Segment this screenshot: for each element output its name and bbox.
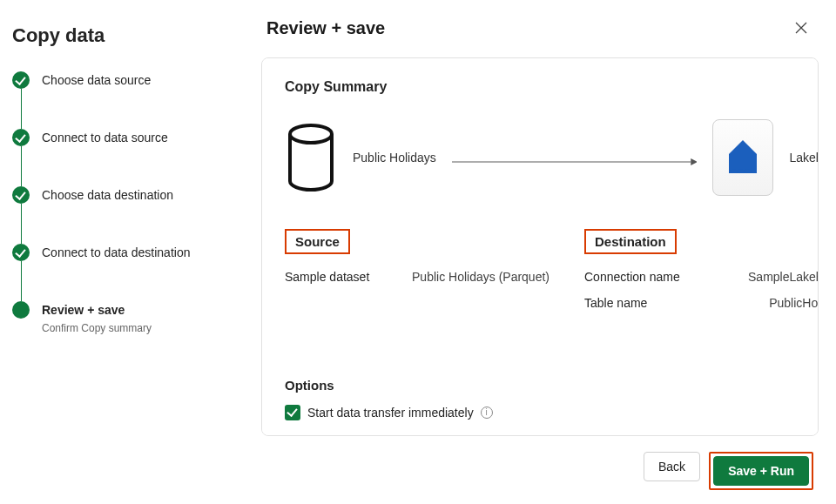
close-button[interactable] xyxy=(789,16,813,40)
svg-marker-5 xyxy=(729,140,757,173)
source-column: Source Sample dataset Public Holidays (P… xyxy=(285,229,549,322)
start-transfer-checkbox[interactable] xyxy=(285,405,300,420)
step-connect-to-data-destination[interactable]: Connect to data destination xyxy=(12,244,230,301)
destination-row: Connection name SampleLakehouse xyxy=(584,270,819,284)
destination-row-value: PublicHolidays xyxy=(769,296,819,310)
step-label: Review + save xyxy=(42,301,152,319)
source-row-key: Sample dataset xyxy=(285,270,369,284)
database-icon xyxy=(285,124,337,192)
source-row-value: Public Holidays (Parquet) xyxy=(412,270,549,284)
wizard-nav: Copy data Choose data source Connect to … xyxy=(0,0,246,504)
options-section: Options Start data transfer immediately … xyxy=(285,378,819,420)
destination-row-value: SampleLakehouse xyxy=(748,270,819,284)
destination-name: Lakehouse xyxy=(789,151,819,165)
save-run-highlight: Save + Run xyxy=(709,452,813,490)
destination-row: Table name PublicHolidays xyxy=(584,296,819,310)
check-icon xyxy=(12,71,30,89)
options-header: Options xyxy=(285,378,819,393)
wizard-steps: Choose data source Connect to data sourc… xyxy=(12,71,230,334)
step-label: Connect to data source xyxy=(42,129,168,146)
step-connector xyxy=(21,89,22,129)
arrow-icon xyxy=(452,158,698,158)
current-step-icon xyxy=(12,301,30,319)
save-run-button[interactable]: Save + Run xyxy=(713,456,809,486)
footer-buttons: Back Save + Run xyxy=(261,436,819,490)
destination-row-key: Connection name xyxy=(584,270,680,284)
wizard-title: Copy data xyxy=(12,24,230,47)
check-icon xyxy=(12,129,30,146)
info-icon[interactable]: i xyxy=(481,407,493,419)
step-sublabel: Confirm Copy summary xyxy=(42,322,152,334)
source-name: Public Holidays xyxy=(353,151,436,165)
page-title: Review + save xyxy=(266,18,385,38)
step-connect-to-data-source[interactable]: Connect to data source xyxy=(12,129,230,186)
panel-title: Copy Summary xyxy=(285,79,819,95)
step-label: Choose data destination xyxy=(42,186,173,204)
source-header: Source xyxy=(285,229,350,254)
step-review-save[interactable]: Review + save Confirm Copy summary xyxy=(12,301,230,334)
step-choose-data-source[interactable]: Choose data source xyxy=(12,71,230,129)
svg-point-2 xyxy=(290,125,332,143)
summary-panel-scroll[interactable]: Copy Summary Public Holidays xyxy=(261,57,819,436)
step-label: Choose data source xyxy=(42,71,151,89)
destination-header: Destination xyxy=(584,229,677,254)
main-area: Review + save Copy Summary Public Holida… xyxy=(246,0,836,504)
step-connector xyxy=(21,204,22,244)
svg-marker-4 xyxy=(691,158,698,165)
destination-column: Destination Connection name SampleLakeho… xyxy=(584,229,819,322)
close-icon xyxy=(794,21,808,35)
lakehouse-icon xyxy=(712,119,773,196)
check-icon xyxy=(12,244,30,261)
check-icon xyxy=(12,186,30,204)
step-choose-data-destination[interactable]: Choose data destination xyxy=(12,186,230,244)
destination-row-key: Table name xyxy=(584,296,647,310)
start-transfer-label: Start data transfer immediately xyxy=(307,406,474,420)
back-button[interactable]: Back xyxy=(644,452,700,481)
step-connector xyxy=(21,261,22,301)
step-label: Connect to data destination xyxy=(42,244,190,261)
summary-flow: Public Holidays Lakehouse xyxy=(285,119,819,196)
source-row: Sample dataset Public Holidays (Parquet) xyxy=(285,270,549,284)
step-connector xyxy=(21,146,22,186)
